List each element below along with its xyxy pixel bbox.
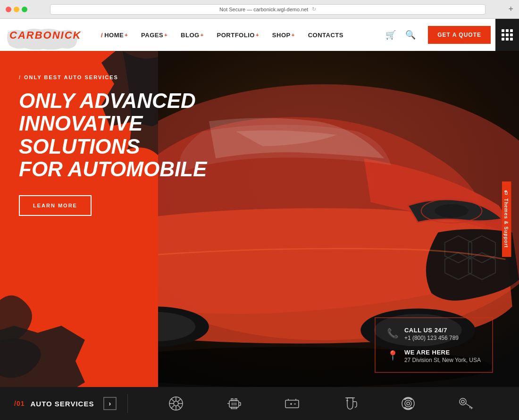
grid-icon — [502, 29, 513, 41]
hero-subtitle-text: ONLY BEST AUTO SERVICES — [24, 74, 118, 80]
nav-label-pages: Pages — [141, 32, 163, 39]
service-icon-wheel[interactable] — [167, 395, 184, 412]
grid-dot — [502, 29, 504, 32]
grid-dot — [502, 33, 504, 36]
hero-title-line3: for Automobile — [19, 157, 207, 181]
info-address-content: We are Here 27 Division St, New York, US… — [404, 349, 481, 363]
grid-dot — [510, 38, 513, 41]
nav-label-shop: Shop — [272, 32, 291, 39]
learn-more-button[interactable]: LEARN MORE — [19, 195, 92, 216]
bottom-bar: /01 Auto Services › — [0, 387, 519, 420]
nav-plus-portfolio: + — [256, 32, 259, 38]
service-icon-brake[interactable] — [400, 395, 417, 412]
logo-text: CARBONICK — [9, 29, 81, 41]
hero-title-line2: Innovative Solutions — [19, 112, 142, 157]
nav-label-contacts: Contacts — [308, 32, 343, 39]
svg-line-18 — [178, 399, 181, 402]
svg-line-19 — [171, 405, 174, 408]
key-svg — [458, 395, 475, 412]
browser-dots — [6, 7, 27, 12]
svg-point-40 — [405, 400, 411, 407]
svg-point-39 — [402, 397, 414, 410]
grid-dot — [510, 29, 513, 32]
info-box: 📞 Call Us 24/7 +1 (800) 123 456 789 📍 We… — [375, 317, 493, 373]
info-item-phone: 📞 Call Us 24/7 +1 (800) 123 456 789 — [387, 327, 481, 341]
nav-label-home: Home — [104, 32, 124, 39]
svg-point-4 — [435, 204, 468, 218]
cart-icon[interactable]: 🛒 — [384, 28, 398, 42]
svg-line-16 — [171, 399, 174, 402]
minimize-dot[interactable] — [14, 7, 19, 12]
info-address-label: We are Here — [404, 349, 481, 356]
service-icon-oil[interactable] — [342, 395, 359, 412]
nav-slash-home: / — [101, 32, 103, 39]
nav-label-blog: Blog — [181, 32, 200, 39]
location-icon: 📍 — [387, 350, 399, 361]
info-item-address: 📍 We are Here 27 Division St, New York, … — [387, 349, 481, 363]
themes-icon: 🏷 — [503, 190, 509, 196]
service-icon-key[interactable] — [458, 395, 475, 412]
url-bar[interactable]: Not Secure — carbonick.wgl-demo.net ↻ — [50, 4, 486, 15]
svg-rect-27 — [231, 407, 237, 409]
website-wrapper: CARBONICK / Home + Pages + Blog + Portfo… — [0, 19, 519, 420]
brake-svg — [400, 395, 417, 412]
service-number: /01 — [14, 400, 25, 407]
info-phone-label: Call Us 24/7 — [404, 327, 459, 334]
service-title: Auto Services — [30, 400, 94, 408]
maximize-dot[interactable] — [22, 7, 27, 12]
phone-icon: 📞 — [387, 328, 399, 339]
service-icon-engine[interactable] — [226, 395, 243, 412]
search-icon[interactable]: 🔍 — [403, 28, 418, 42]
service-icon-battery[interactable] — [284, 395, 301, 412]
new-tab-button[interactable]: + — [508, 4, 513, 14]
bar-divider — [127, 394, 128, 413]
themes-support-wrapper: 🏷 Themes & Support — [502, 51, 519, 387]
nav-item-pages[interactable]: Pages + — [134, 19, 174, 51]
logo-wrapper: CARBONICK — [9, 29, 81, 41]
grid-menu-button[interactable] — [495, 19, 519, 51]
nav-plus-shop: + — [292, 32, 295, 38]
nav-label-portfolio: Portfolio — [217, 32, 255, 39]
grid-dot — [502, 38, 504, 41]
logo-container: CARBONICK — [9, 29, 81, 41]
browser-chrome: Not Secure — carbonick.wgl-demo.net ↻ + — [0, 0, 519, 19]
nav-plus-pages: + — [164, 32, 167, 38]
themes-support-tab[interactable]: 🏷 Themes & Support — [502, 181, 511, 257]
hero-subtitle: / ONLY BEST AUTO SERVICES — [19, 74, 208, 80]
get-quote-button[interactable]: GET A QUOTE — [428, 26, 491, 44]
nav-item-home[interactable]: / Home + — [94, 19, 134, 51]
grid-dot — [510, 33, 513, 36]
nav-item-portfolio[interactable]: Portfolio + — [210, 19, 266, 51]
svg-point-43 — [461, 400, 464, 403]
grid-dot — [506, 38, 509, 41]
refresh-icon[interactable]: ↻ — [312, 6, 316, 12]
svg-point-11 — [174, 401, 178, 406]
engine-svg — [226, 395, 243, 412]
nav-plus-blog: + — [201, 32, 204, 38]
oil-svg — [342, 395, 359, 412]
nav-plus-home: + — [125, 32, 128, 38]
info-phone-content: Call Us 24/7 +1 (800) 123 456 789 — [404, 327, 459, 341]
service-icons — [137, 395, 505, 412]
svg-point-42 — [460, 398, 466, 405]
hero-section: / ONLY BEST AUTO SERVICES Only Advanced … — [0, 51, 519, 387]
wheel-svg — [167, 395, 184, 412]
logo-area[interactable]: CARBONICK — [9, 29, 85, 41]
info-address-value: 27 Division St, New York, USA — [404, 357, 481, 363]
main-nav: / Home + Pages + Blog + Portfolio + Shop… — [94, 19, 384, 51]
grid-dot — [506, 33, 509, 36]
site-header: CARBONICK / Home + Pages + Blog + Portfo… — [0, 19, 519, 51]
hero-title-line1: Only Advanced — [19, 89, 196, 112]
close-dot[interactable] — [6, 7, 11, 12]
nav-item-shop[interactable]: Shop + — [266, 19, 301, 51]
svg-line-17 — [178, 405, 181, 408]
svg-rect-21 — [231, 399, 233, 401]
nav-item-blog[interactable]: Blog + — [174, 19, 210, 51]
svg-rect-22 — [235, 399, 237, 401]
nav-icons: 🛒 🔍 GET A QUOTE — [384, 26, 491, 44]
service-arrow-button[interactable]: › — [103, 397, 117, 410]
service-label: /01 Auto Services › — [14, 397, 118, 410]
grid-dot — [506, 29, 509, 32]
themes-support-label: Themes & Support — [503, 198, 509, 248]
nav-item-contacts[interactable]: Contacts — [301, 19, 350, 51]
